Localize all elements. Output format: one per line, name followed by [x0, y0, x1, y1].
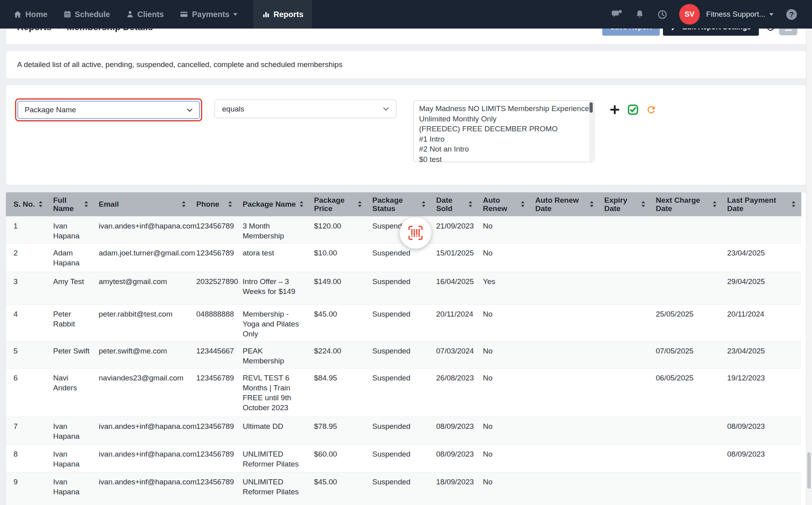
col-header-auto_renew_date[interactable]: Auto Renew Date — [530, 192, 599, 216]
col-header-label: S. No. — [13, 200, 35, 208]
filter-row: Package Name equals May Madness NO LIMIT… — [15, 98, 806, 162]
col-header-last_payment_date[interactable]: Last Payment Date — [722, 192, 801, 216]
cell-date_sold: 26/08/2023 — [431, 368, 478, 417]
col-header-email[interactable]: Email — [94, 192, 192, 216]
col-header-next_charge_date[interactable]: Next Charge Date — [651, 192, 722, 216]
clock-button[interactable] — [657, 10, 667, 19]
bell-icon — [635, 10, 645, 19]
cell-next_charge_date: 25/05/2025 — [651, 304, 722, 341]
package-option[interactable]: Unlimited Monthly Only — [419, 114, 584, 124]
package-option[interactable]: $0 test — [419, 154, 584, 163]
cell-sno: 6 — [6, 368, 48, 417]
cell-auto_renew_date — [530, 216, 599, 243]
cell-package_price: $120.00 — [309, 216, 368, 243]
chat-button[interactable] — [611, 10, 622, 19]
reset-filter-button[interactable] — [646, 104, 657, 115]
nav-menu: HomeScheduleClientsPaymentsReports — [0, 0, 312, 29]
filter-field-select[interactable]: Package Name — [17, 101, 200, 119]
cell-date_sold: 20/11/2024 — [431, 304, 478, 341]
sort-icon — [468, 201, 473, 207]
listbox-scrollbar-thumb[interactable] — [590, 102, 593, 113]
sort-icon — [521, 201, 525, 207]
add-filter-button[interactable] — [609, 104, 620, 115]
table-header-row: S. No.Full NameEmailPhonePackage NamePac… — [6, 192, 801, 216]
cell-auto_renew_date — [530, 341, 599, 368]
cell-package_name: Ultimate DD — [238, 417, 309, 444]
col-header-package_name[interactable]: Package Name — [238, 192, 309, 216]
nav-item-home[interactable]: Home — [13, 0, 48, 29]
cell-full_name: Amy Test — [48, 272, 94, 304]
cell-package_price: $78.95 — [309, 417, 368, 444]
clients-icon — [126, 10, 134, 18]
col-header-label: Auto Renew Date — [535, 196, 587, 213]
barcode-scan-fab[interactable] — [400, 217, 431, 249]
cell-last_payment_date: 23/04/2025 — [722, 341, 801, 368]
col-header-sno[interactable]: S. No. — [6, 192, 48, 216]
package-option[interactable]: #1 Intro — [419, 134, 584, 144]
filter-values-listbox[interactable]: May Madness NO LIMITS Membership Experie… — [413, 100, 594, 162]
chevron-down-icon — [187, 108, 193, 112]
cell-email: naviandes23@gmail.com — [94, 368, 192, 417]
col-header-expiry_date[interactable]: Expiry Date — [599, 192, 651, 216]
cell-next_charge_date — [651, 444, 722, 472]
cell-date_sold: 16/04/2025 — [431, 272, 478, 304]
cell-auto_renew: Yes — [478, 272, 530, 304]
cell-package_price: $10.00 — [309, 243, 368, 272]
svg-text:?: ? — [789, 10, 794, 18]
cell-expiry_date — [599, 272, 651, 304]
sort-icon — [358, 201, 362, 207]
cell-auto_renew_date — [530, 304, 599, 341]
nav-item-clients[interactable]: Clients — [126, 0, 164, 29]
cell-next_charge_date — [651, 216, 722, 243]
col-header-date_sold[interactable]: Date Sold — [431, 192, 478, 216]
cell-expiry_date — [599, 417, 651, 444]
cell-last_payment_date: 29/04/2025 — [722, 272, 801, 304]
sort-icon — [421, 201, 426, 207]
filter-field-highlight-ring: Package Name — [15, 98, 202, 121]
page-scrollbar[interactable] — [806, 29, 812, 505]
sort-icon — [791, 201, 796, 207]
cell-sno: 4 — [6, 304, 48, 341]
cell-date_sold: 08/09/2023 — [431, 444, 478, 472]
nav-item-schedule[interactable]: Schedule — [63, 0, 110, 29]
col-header-label: Package Name — [243, 200, 296, 208]
bell-button[interactable] — [635, 10, 645, 19]
cell-package_name: REVL TEST 6 Months | Train FREE until 9t… — [238, 368, 309, 417]
caret-down-icon — [233, 13, 237, 16]
avatar[interactable]: SV — [679, 4, 700, 25]
cell-phone: 123456789 — [192, 216, 238, 243]
col-header-auto_renew[interactable]: Auto Renew — [478, 192, 530, 216]
apply-filter-button[interactable] — [628, 104, 638, 115]
cell-expiry_date — [599, 472, 651, 505]
cell-expiry_date — [599, 341, 651, 368]
page-scrollbar-thumb[interactable] — [807, 452, 811, 489]
cell-sno: 1 — [6, 216, 48, 243]
package-option[interactable]: May Madness NO LIMITS Membership Experie… — [419, 104, 584, 114]
nav-item-payments[interactable]: Payments — [180, 0, 237, 29]
cell-auto_renew: No — [478, 368, 530, 417]
cell-package_price: $45.00 — [309, 472, 368, 505]
cell-sno: 2 — [6, 243, 48, 272]
cell-email: peter.swift@me.com — [94, 341, 192, 368]
user-menu[interactable]: Fitness Support... — [706, 10, 774, 19]
cell-full_name: Ivan Hapana — [48, 444, 94, 472]
cell-auto_renew_date — [530, 272, 599, 304]
col-header-phone[interactable]: Phone — [192, 192, 238, 216]
cell-expiry_date — [599, 243, 651, 272]
table-row: 9Ivan Hapanaivan.andes+inf@hapana.com123… — [6, 472, 801, 505]
filter-operator-select[interactable]: equals — [214, 100, 396, 118]
col-header-package_price[interactable]: Package Price — [309, 192, 368, 216]
cell-package_status: Suspended — [368, 472, 431, 505]
cell-email: amytest@gmail.com — [94, 272, 192, 304]
cell-last_payment_date: 23/04/2025 — [722, 243, 801, 272]
col-header-package_status[interactable]: Package Status — [368, 192, 431, 216]
help-button[interactable]: ? — [785, 8, 798, 21]
nav-item-reports[interactable]: Reports — [253, 0, 312, 29]
cell-email: peter.rabbit@test.com — [94, 304, 192, 341]
cell-sno: 5 — [6, 341, 48, 368]
package-option[interactable]: #2 Not an Intro — [419, 144, 584, 154]
col-header-full_name[interactable]: Full Name — [48, 192, 94, 216]
package-option[interactable]: (FREEDEC) FREE DECEMBER PROMO — [419, 124, 584, 134]
sort-icon — [590, 201, 594, 207]
cell-auto_renew_date — [530, 243, 599, 272]
